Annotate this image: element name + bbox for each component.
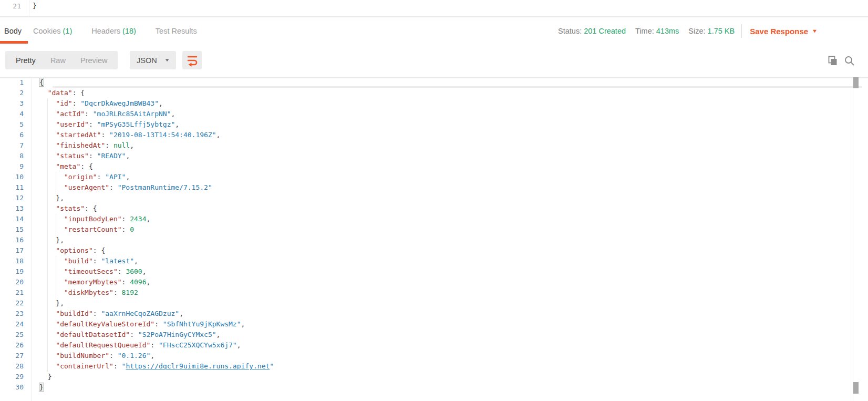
code-line: 17 "options": { [0, 245, 841, 256]
line-content: "diskMbytes": 8192 [39, 287, 138, 298]
code-token: "origin" [64, 173, 97, 181]
language-dropdown-value: JSON [137, 56, 157, 65]
line-number: 25 [0, 330, 24, 340]
code-line: 15 "restartCount": 0 [0, 224, 841, 235]
response-tabs: Body Cookies (1) Headers (18) Test Resul… [0, 27, 197, 35]
line-number: 16 [0, 235, 24, 245]
code-token: "diskMbytes" [64, 289, 113, 296]
code-token: "mPSyG35Lffj5ybtgz" [97, 120, 175, 128]
search-icon [844, 55, 855, 67]
size-value: 1.75 KB [708, 27, 735, 35]
code-token: : [93, 257, 101, 265]
code-token: , [241, 320, 245, 328]
line-number: 26 [0, 340, 24, 351]
line-content: "stats": { [39, 203, 97, 214]
container-url-link[interactable]: https://dqclr9uimi8e.runs.apify.net [126, 362, 270, 370]
code-line: 24 "defaultKeyValueStoreId": "SbfNhtYu9j… [0, 319, 841, 330]
code-line: 7 "finishedAt": null, [0, 140, 841, 151]
tab-headers-label: Headers [91, 27, 120, 35]
line-number: 23 [0, 309, 24, 319]
code-line: 10 "origin": "API", [0, 172, 841, 182]
code-line: 22 }, [0, 298, 841, 309]
tab-body[interactable]: Body [4, 27, 22, 35]
code-token: : [85, 110, 93, 118]
code-token: "defaultDatasetId" [56, 331, 130, 338]
code-token: , [179, 310, 183, 317]
code-token: 3600 [126, 268, 142, 275]
line-number: 12 [0, 193, 24, 203]
code-token: : [93, 310, 101, 317]
line-content: "buildNumber": "0.1.26", [39, 351, 154, 361]
response-header: Body Cookies (1) Headers (18) Test Resul… [0, 18, 868, 44]
line-content: "id": "DqcrDkAwegJmBWB43", [39, 98, 163, 109]
copy-button[interactable] [827, 55, 839, 67]
save-response-label: Save Response [750, 27, 808, 36]
code-line: 4 "actId": "moJRLRc85AitArpNN", [0, 109, 841, 119]
line-number: 4 [0, 109, 24, 119]
code-token: "buildNumber" [56, 352, 109, 359]
line-number: 18 [0, 256, 24, 266]
line-number: 21 [0, 287, 24, 298]
code-token: "containerUrl" [56, 362, 113, 370]
code-token: : [105, 141, 113, 149]
line-number: 3 [0, 98, 24, 109]
wrap-lines-button[interactable] [182, 51, 202, 69]
line-content: "userAgent": "PostmanRuntime/7.15.2" [39, 182, 212, 193]
code-line: 2 "data": { [0, 88, 841, 98]
response-body-editor[interactable]: 1{2 "data": {3 "id": "DqcrDkAwegJmBWB43"… [0, 77, 868, 401]
save-response-button[interactable]: Save Response ▼ [750, 27, 817, 36]
code-token: "SbfNhtYu9jKpKwsMz" [163, 320, 241, 328]
tab-test-results-label: Test Results [156, 27, 197, 35]
code-token: : [118, 268, 126, 275]
code-token: "memoryMbytes" [64, 278, 122, 286]
code-token: , [126, 152, 130, 160]
code-line: 11 "userAgent": "PostmanRuntime/7.15.2" [0, 182, 841, 193]
code-line: 16 }, [0, 235, 841, 245]
code-token: , [150, 352, 154, 359]
line-number: 20 [0, 277, 24, 287]
tab-headers[interactable]: Headers (18) [91, 27, 136, 35]
line-number: 9 [0, 161, 24, 172]
line-number: 5 [0, 119, 24, 130]
code-line: 13 "stats": { [0, 203, 841, 214]
code-line: 9 "meta": { [0, 161, 841, 172]
size-metric: Size: 1.75 KB [688, 27, 735, 35]
code-token: "userId" [56, 120, 89, 128]
code-token: "moJRLRc85AitArpNN" [93, 110, 171, 118]
view-mode-raw[interactable]: Raw [43, 56, 73, 65]
code-token: "PostmanRuntime/7.15.2" [118, 183, 212, 191]
code-token: , [134, 257, 138, 265]
line-number: 7 [0, 140, 24, 151]
code-line: 27 "buildNumber": "0.1.26", [0, 351, 841, 361]
search-button[interactable] [844, 55, 855, 67]
code-token: "FHscC25XQCYw5x6j7" [159, 341, 237, 349]
scrollbar-track [853, 77, 853, 401]
code-token: : { [93, 246, 105, 254]
code-token: , [216, 331, 221, 338]
line-number: 1 [0, 77, 24, 88]
code-token: , [126, 173, 130, 181]
code-token: "status" [56, 152, 89, 160]
code-token: 4096 [130, 278, 146, 286]
language-dropdown[interactable]: JSON ▼ [130, 51, 176, 69]
tab-cookies[interactable]: Cookies (1) [33, 27, 72, 35]
code-token: : [89, 120, 97, 128]
line-content: }, [39, 193, 64, 203]
line-content: "containerUrl": "https://dqclr9uimi8e.ru… [39, 361, 274, 372]
line-content: } [39, 382, 44, 393]
code-token: " [270, 362, 274, 370]
view-mode-preview[interactable]: Preview [73, 56, 115, 65]
tab-test-results[interactable]: Test Results [156, 27, 197, 35]
line-content: "startedAt": "2019-08-13T14:54:40.196Z", [39, 130, 220, 140]
page-scrollbar-thumb[interactable] [853, 382, 859, 394]
editor-scrollbar-thumb[interactable] [853, 77, 859, 88]
code-token: }, [56, 236, 64, 244]
matched-bracket: { [39, 78, 44, 86]
line-content: "build": "latest", [39, 256, 138, 266]
line-content: "userId": "mPSyG35Lffj5ybtgz", [39, 119, 179, 130]
view-mode-pretty[interactable]: Pretty [8, 56, 43, 65]
code-token: : [89, 152, 97, 160]
size-label: Size: [688, 27, 705, 35]
indent-guide [56, 172, 56, 193]
code-token: }, [56, 194, 64, 202]
